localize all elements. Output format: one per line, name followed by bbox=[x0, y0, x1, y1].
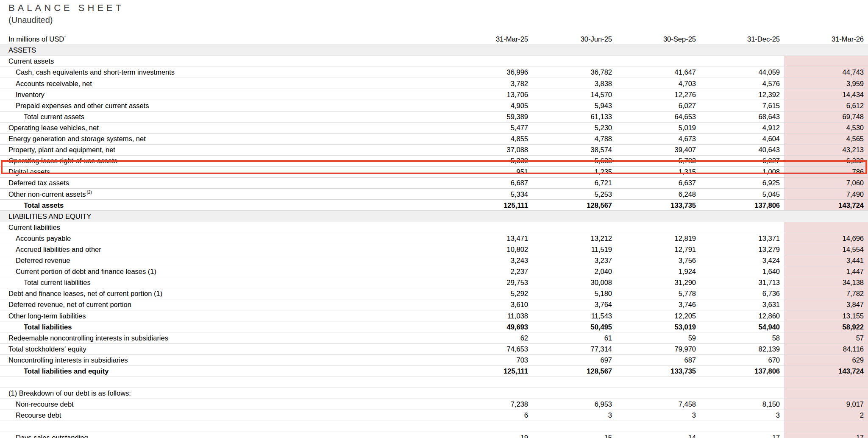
value-cell: 3,959 bbox=[784, 78, 868, 89]
row-label: Current liabilities bbox=[0, 222, 448, 233]
value-cell bbox=[616, 377, 700, 388]
value-cell: 951 bbox=[448, 167, 532, 177]
table-row: Total current assets59,38961,13364,65368… bbox=[0, 112, 868, 123]
value-cell: 5,633 bbox=[532, 156, 616, 166]
value-cell: 128,567 bbox=[532, 366, 616, 377]
value-cell: 13,706 bbox=[448, 89, 532, 100]
balance-sheet-page: BALANCE SHEET (Unaudited) In millions of… bbox=[0, 0, 868, 438]
value-cell: 4,912 bbox=[700, 123, 784, 133]
table-row: Current liabilities bbox=[0, 222, 868, 233]
table-row: Current assets bbox=[0, 56, 868, 67]
value-cell bbox=[700, 388, 784, 399]
value-cell: 12,205 bbox=[616, 310, 700, 321]
value-cell bbox=[700, 421, 784, 432]
value-cell: 59 bbox=[616, 332, 700, 343]
value-cell: 6,953 bbox=[532, 399, 616, 410]
value-cell: 12,819 bbox=[616, 233, 700, 244]
row-label: Inventory bbox=[0, 89, 448, 100]
value-cell: 7,458 bbox=[616, 399, 700, 410]
value-cell: 4,604 bbox=[700, 134, 784, 144]
row-label: Noncontrolling interests in subsidiaries bbox=[0, 355, 448, 365]
row-label bbox=[0, 421, 448, 432]
row-label: Deferred revenue, net of current portion bbox=[0, 299, 448, 310]
value-cell: 14,434 bbox=[784, 89, 868, 100]
value-cell bbox=[784, 56, 868, 67]
value-cell: 53,019 bbox=[616, 321, 700, 332]
value-cell: 9,017 bbox=[784, 399, 868, 410]
value-cell bbox=[784, 388, 868, 399]
value-cell: 77,314 bbox=[532, 344, 616, 354]
value-cell: 14,696 bbox=[784, 233, 868, 244]
value-cell: 6,925 bbox=[700, 178, 784, 188]
table-row: Deferred tax assets6,6876,7216,6376,9257… bbox=[0, 178, 868, 189]
value-cell: 6,027 bbox=[700, 156, 784, 166]
value-cell: 1,447 bbox=[784, 266, 868, 277]
value-cell bbox=[784, 222, 868, 233]
value-cell: 5,778 bbox=[616, 288, 700, 299]
row-label: Accrued liabilities and other bbox=[0, 244, 448, 255]
row-label: Recourse debt bbox=[0, 410, 448, 421]
value-cell: 69,748 bbox=[784, 112, 868, 122]
value-cell: 3,764 bbox=[532, 299, 616, 310]
table-row: Deferred revenue, net of current portion… bbox=[0, 299, 868, 310]
value-cell: 5,330 bbox=[448, 156, 532, 166]
column-header: 31-Mar-26 bbox=[784, 34, 868, 45]
table-row: Total assets125,111128,567133,735137,806… bbox=[0, 200, 868, 211]
value-cell: 3,838 bbox=[532, 78, 616, 89]
value-cell: 3,237 bbox=[532, 255, 616, 266]
row-label: Deferred revenue bbox=[0, 255, 448, 266]
blank-row bbox=[0, 421, 868, 432]
value-cell bbox=[616, 56, 700, 67]
value-cell: 14,570 bbox=[532, 89, 616, 100]
value-cell: 143,724 bbox=[784, 200, 868, 210]
value-cell: 125,111 bbox=[448, 200, 532, 210]
value-cell: 58,922 bbox=[784, 321, 868, 332]
table-row: Other non-current assets(2)5,3345,2536,2… bbox=[0, 189, 868, 200]
value-cell bbox=[448, 45, 532, 56]
value-cell: 133,735 bbox=[616, 200, 700, 210]
value-cell: 59,389 bbox=[448, 112, 532, 122]
table-row: Total stockholders' equity74,65377,31479… bbox=[0, 344, 868, 355]
value-cell bbox=[616, 421, 700, 432]
row-label: Deferred tax assets bbox=[0, 178, 448, 188]
value-cell: 13,371 bbox=[700, 233, 784, 244]
value-cell: 17 bbox=[784, 432, 868, 438]
table-row: Accrued liabilities and other10,80211,51… bbox=[0, 244, 868, 255]
value-cell: 11,038 bbox=[448, 310, 532, 321]
value-cell: 133,735 bbox=[616, 366, 700, 377]
value-cell bbox=[532, 421, 616, 432]
value-cell bbox=[784, 421, 868, 432]
value-cell: 3,756 bbox=[616, 255, 700, 266]
value-cell: 3,782 bbox=[448, 78, 532, 89]
value-cell: 74,653 bbox=[448, 344, 532, 354]
table-row: Total liabilities49,69350,49553,01954,94… bbox=[0, 321, 868, 332]
value-cell bbox=[700, 222, 784, 233]
row-label: Cash, cash equivalents and short-term in… bbox=[0, 67, 448, 78]
value-cell: 11,543 bbox=[532, 310, 616, 321]
row-label: Total stockholders' equity bbox=[0, 344, 448, 354]
value-cell: 57 bbox=[784, 332, 868, 343]
table-row: Current portion of debt and finance leas… bbox=[0, 266, 868, 277]
value-cell: 4,855 bbox=[448, 134, 532, 144]
value-cell bbox=[784, 377, 868, 388]
column-header: 30-Sep-25 bbox=[616, 34, 700, 45]
value-cell: 1,315 bbox=[616, 167, 700, 177]
row-label: Current assets bbox=[0, 56, 448, 67]
page-subtitle: (Unaudited) bbox=[8, 15, 53, 25]
value-cell: 64,653 bbox=[616, 112, 700, 122]
value-cell: 3,631 bbox=[700, 299, 784, 310]
value-cell: 7,615 bbox=[700, 100, 784, 111]
table-row: Accounts payable13,47113,21212,81913,371… bbox=[0, 233, 868, 244]
table-row: Other long-term liabilities11,03811,5431… bbox=[0, 310, 868, 321]
value-cell: 61,133 bbox=[532, 112, 616, 122]
value-cell bbox=[700, 56, 784, 67]
section-row: LIABILITIES AND EQUITY bbox=[0, 211, 868, 222]
value-cell: 2 bbox=[784, 410, 868, 421]
row-label: ASSETS bbox=[0, 45, 448, 56]
table-row: Operating lease vehicles, net5,4775,2305… bbox=[0, 123, 868, 134]
blank-row bbox=[0, 377, 868, 388]
row-label: Total assets bbox=[0, 200, 448, 210]
table-body: ASSETSCurrent assetsCash, cash equivalen… bbox=[0, 45, 868, 438]
footnote-superscript: (2) bbox=[87, 190, 92, 195]
row-label: Accounts payable bbox=[0, 233, 448, 244]
